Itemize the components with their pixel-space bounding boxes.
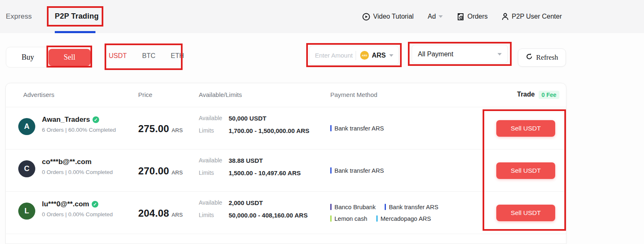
payment-method-label: Bank transfer ARS xyxy=(389,204,438,210)
payment-method-label: Bank transfer ARS xyxy=(334,167,384,174)
coin-tab-eth[interactable]: ETH xyxy=(171,52,184,60)
tab-p2p-trading[interactable]: P2P Trading xyxy=(55,12,99,21)
available-value: 50,000 USDT xyxy=(229,115,266,122)
sell-usdt-button[interactable]: Sell USDT xyxy=(496,120,555,137)
col-header-available-limits: Available/Limits xyxy=(199,91,242,98)
limits-value: 50,000.00 - 408,160.00 ARS xyxy=(229,212,307,219)
available-value: 38.88 USDT xyxy=(229,157,263,164)
payment-method-chip: Lemon cash xyxy=(330,215,367,222)
payment-method-chip: Bank transfer ARS xyxy=(330,125,384,132)
refresh-button[interactable]: Refresh xyxy=(518,48,566,67)
ad-label: Ad xyxy=(428,13,436,20)
payment-method-chip: Bank transfer ARS xyxy=(330,167,384,174)
col-header-advertisers: Advertisers xyxy=(23,91,54,98)
col-header-payment-method: Payment Method xyxy=(330,91,377,98)
price-currency: ARS xyxy=(172,212,183,218)
coin-tab-usdt[interactable]: USDT xyxy=(109,52,127,60)
price-currency: ARS xyxy=(172,169,183,176)
avatar[interactable]: A xyxy=(18,118,35,135)
payment-color-bar xyxy=(330,215,332,222)
payment-color-bar xyxy=(330,204,332,210)
chevron-down-icon[interactable] xyxy=(389,54,393,57)
payment-methods: Bank transfer ARS xyxy=(330,150,384,191)
col-header-trade: Trade xyxy=(517,91,535,98)
amount-filter: ARS ARS xyxy=(309,46,399,65)
orders-label: Orders xyxy=(467,13,488,20)
payment-filter-dropdown[interactable]: All Payment xyxy=(412,45,508,63)
table-row: C co***b@**.com ✓ 0 Orders | 0.00% Compl… xyxy=(6,150,566,192)
refresh-icon xyxy=(526,53,533,62)
col-header-price: Price xyxy=(138,91,152,98)
verified-badge-icon: ✓ xyxy=(93,116,99,123)
payment-method-label: Banco Brubank xyxy=(334,204,376,210)
table-header-row: Advertisers Price Available/Limits Payme… xyxy=(6,83,566,107)
top-links: Video Tutorial Ad Orders P2P User Center xyxy=(362,0,562,33)
payment-color-bar xyxy=(376,215,378,222)
payment-color-bar xyxy=(385,204,386,210)
video-tutorial-link[interactable]: Video Tutorial xyxy=(362,13,414,21)
advertiser-name[interactable]: co***b@**.com ✓ xyxy=(42,158,92,166)
payment-filter-value: All Payment xyxy=(418,51,453,58)
p2p-user-center-link[interactable]: P2P User Center xyxy=(502,13,562,20)
advertiser-name-text: lu***0@**.com xyxy=(42,200,89,208)
ad-dropdown[interactable]: Ad xyxy=(428,13,443,20)
active-tab-underline xyxy=(55,31,95,33)
buy-tab[interactable]: Buy xyxy=(6,47,49,67)
limits-value: 1,500.00 - 10,497.60 ARS xyxy=(229,169,301,176)
payment-method-label: Bank transfer ARS xyxy=(334,125,384,132)
chevron-down-icon xyxy=(439,15,443,18)
payment-methods: Bank transfer ARS xyxy=(330,107,384,149)
limits-label: Limits xyxy=(199,169,214,176)
buy-sell-toggle: Buy Sell xyxy=(6,47,92,68)
price-value: 204.08 xyxy=(138,208,169,219)
advertiser-stats: 0 Orders | 0.00% Completed xyxy=(42,169,113,175)
zero-fee-badge: 0 Fee xyxy=(539,91,559,99)
amount-input[interactable] xyxy=(315,52,355,59)
avatar[interactable]: C xyxy=(18,160,35,177)
advertiser-name[interactable]: lu***0@**.com ✓ xyxy=(42,200,98,208)
advertiser-name-text: co***b@**.com xyxy=(42,158,92,166)
advertiser-name[interactable]: Awan_Traders ✓ xyxy=(42,116,99,124)
available-value: 2,000 USDT xyxy=(229,199,263,206)
p2p-trading-page: Express P2P Trading Video Tutorial Ad Or… xyxy=(0,0,644,244)
advertiser-name-text: Awan_Traders xyxy=(42,116,90,124)
price-value: 275.00 xyxy=(138,123,169,135)
payment-method-chip: Banco Brubank xyxy=(330,204,376,210)
avatar[interactable]: L xyxy=(18,203,35,220)
offers-table: Advertisers Price Available/Limits Payme… xyxy=(5,83,566,244)
payment-method-chip: Bank transfer ARS xyxy=(385,204,438,210)
sell-usdt-button[interactable]: Sell USDT xyxy=(496,162,555,179)
orders-link[interactable]: Orders xyxy=(457,13,488,21)
sell-usdt-button[interactable]: Sell USDT xyxy=(496,205,555,221)
coin-tab-btc[interactable]: BTC xyxy=(142,52,156,60)
coin-tabs: USDT BTC ETH xyxy=(109,52,184,60)
chevron-down-icon xyxy=(498,53,502,56)
top-navigation-bar: Express P2P Trading Video Tutorial Ad Or… xyxy=(0,0,644,33)
advertiser-stats: 0 Orders | 0.00% Completed xyxy=(42,211,113,217)
ars-coin-icon: ARS xyxy=(360,51,369,60)
payment-methods: Banco Brubank Bank transfer ARS Lemon ca… xyxy=(330,192,438,234)
available-label: Available xyxy=(199,157,222,164)
table-row: L lu***0@**.com ✓ 0 Orders | 0.00% Compl… xyxy=(6,192,566,234)
price: 204.08 ARS xyxy=(138,208,183,219)
play-circle-icon xyxy=(362,13,370,21)
available-label: Available xyxy=(199,199,222,206)
verified-badge-icon: ✓ xyxy=(92,201,98,208)
divider xyxy=(356,51,356,60)
available-label: Available xyxy=(199,115,222,121)
user-center-label: P2P User Center xyxy=(512,13,562,20)
price: 270.00 ARS xyxy=(138,165,183,177)
sell-tab[interactable]: Sell xyxy=(49,49,90,66)
payment-color-bar xyxy=(330,125,332,131)
video-tutorial-label: Video Tutorial xyxy=(373,13,414,20)
price-value: 270.00 xyxy=(138,165,169,177)
payment-method-label: Lemon cash xyxy=(334,215,367,222)
table-row: A Awan_Traders ✓ 6 Orders | 60.00% Compl… xyxy=(6,107,566,150)
refresh-label: Refresh xyxy=(536,53,558,62)
fiat-currency-value[interactable]: ARS xyxy=(372,52,386,59)
user-icon xyxy=(502,13,509,20)
limits-label: Limits xyxy=(199,212,214,218)
tab-express[interactable]: Express xyxy=(6,12,32,21)
limits-label: Limits xyxy=(199,127,214,134)
orders-icon xyxy=(457,13,464,21)
